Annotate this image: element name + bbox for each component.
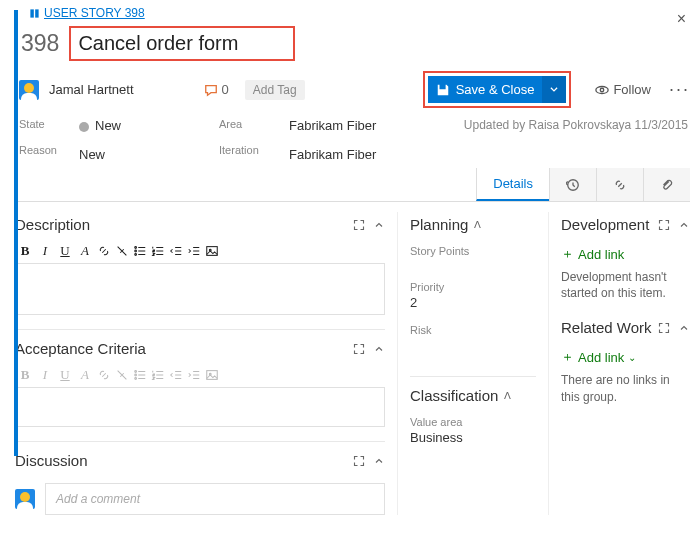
chevron-down-icon: ⌄ [628, 352, 636, 363]
svg-point-5 [135, 247, 137, 249]
related-add-link[interactable]: ＋Add link ⌄ [561, 348, 690, 366]
work-item-id: 398 [21, 30, 59, 57]
chevron-down-icon [549, 84, 559, 94]
planning-header: Planningᐱ [410, 216, 481, 233]
tab-history[interactable] [549, 168, 596, 201]
expand-icon[interactable] [353, 219, 365, 231]
breadcrumb-text: USER STORY 398 [44, 6, 145, 20]
reason-value[interactable]: New [79, 147, 219, 162]
eye-icon [595, 83, 609, 97]
underline-icon[interactable]: U [57, 243, 73, 259]
plus-icon: ＋ [561, 348, 574, 366]
add-tag-button[interactable]: Add Tag [245, 80, 305, 100]
avatar [19, 80, 39, 100]
chevron-up-icon[interactable] [678, 322, 690, 334]
history-icon [566, 178, 580, 192]
acceptance-header: Acceptance Criteria [15, 340, 146, 357]
story-points-label: Story Points [410, 245, 536, 257]
svg-point-2 [596, 86, 608, 93]
outdent-icon[interactable] [169, 244, 183, 258]
development-header: Development [561, 216, 649, 233]
save-close-button[interactable]: Save & Close [428, 76, 543, 103]
state-dot-icon [79, 122, 89, 132]
avatar [15, 489, 35, 509]
expand-icon[interactable] [658, 219, 670, 231]
book-icon [29, 8, 40, 19]
value-area-label: Value area [410, 416, 536, 428]
indent-icon[interactable] [187, 244, 201, 258]
value-area-value[interactable]: Business [410, 430, 536, 445]
breadcrumb[interactable]: USER STORY 398 [29, 6, 690, 20]
svg-point-10 [135, 371, 137, 373]
number-list-icon[interactable] [151, 244, 165, 258]
svg-point-3 [601, 88, 605, 92]
description-editor[interactable] [15, 263, 385, 315]
more-actions[interactable]: ··· [669, 79, 690, 100]
save-icon [436, 83, 450, 97]
link-icon [613, 178, 627, 192]
risk-label: Risk [410, 324, 536, 336]
link-icon[interactable] [97, 244, 111, 258]
svg-rect-13 [207, 371, 218, 380]
state-value[interactable]: New [79, 118, 219, 133]
unlink-icon[interactable] [115, 244, 129, 258]
title-input[interactable] [72, 29, 292, 58]
classification-header: Classificationᐱ [410, 387, 511, 404]
priority-label: Priority [410, 281, 536, 293]
svg-point-11 [135, 374, 137, 376]
svg-rect-8 [207, 247, 218, 256]
comment-icon [204, 83, 218, 97]
svg-point-7 [135, 254, 137, 256]
iteration-value[interactable]: Fabrikam Fiber [289, 147, 429, 162]
close-icon[interactable]: × [677, 10, 686, 28]
description-header: Description [15, 216, 90, 233]
expand-icon[interactable] [353, 455, 365, 467]
svg-point-12 [135, 378, 137, 380]
tab-details[interactable]: Details [476, 168, 549, 201]
follow-button[interactable]: Follow [595, 82, 651, 97]
attachment-icon [660, 178, 674, 192]
svg-rect-0 [30, 9, 33, 17]
svg-rect-1 [35, 9, 38, 17]
comment-input[interactable]: Add a comment [45, 483, 385, 515]
plus-icon: ＋ [561, 245, 574, 263]
expand-icon[interactable] [353, 343, 365, 355]
chevron-up-icon[interactable] [373, 343, 385, 355]
expand-icon[interactable] [658, 322, 670, 334]
dev-add-link[interactable]: ＋Add link [561, 245, 690, 263]
font-icon[interactable]: A [77, 243, 93, 259]
svg-point-6 [135, 250, 137, 252]
discussion-header: Discussion [15, 452, 88, 469]
description-toolbar: B I U A [15, 239, 385, 263]
related-header: Related Work [561, 319, 652, 336]
chevron-up-icon[interactable] [373, 455, 385, 467]
area-label: Area [219, 118, 289, 130]
related-empty-text: There are no links in this group. [561, 372, 690, 404]
bold-icon[interactable]: B [17, 243, 33, 259]
save-dropdown[interactable] [542, 76, 566, 103]
reason-label: Reason [19, 144, 79, 156]
assignee-name[interactable]: Jamal Hartnett [49, 82, 134, 97]
bullet-list-icon[interactable] [133, 244, 147, 258]
image-icon[interactable] [205, 244, 219, 258]
acceptance-editor[interactable] [15, 387, 385, 427]
iteration-label: Iteration [219, 144, 289, 156]
chevron-up-icon[interactable]: ᐱ [504, 390, 511, 401]
state-label: State [19, 118, 79, 130]
acceptance-toolbar: BIUA [15, 363, 385, 387]
dev-empty-text: Development hasn't started on this item. [561, 269, 690, 301]
chevron-up-icon[interactable] [373, 219, 385, 231]
italic-icon[interactable]: I [37, 243, 53, 259]
tab-attachments[interactable] [643, 168, 690, 201]
comments-count[interactable]: 0 [204, 82, 229, 97]
updated-text: Updated by Raisa Pokrovskaya 11/3/2015 [429, 118, 688, 162]
chevron-up-icon[interactable] [678, 219, 690, 231]
priority-value[interactable]: 2 [410, 295, 536, 310]
area-value[interactable]: Fabrikam Fiber [289, 118, 429, 133]
chevron-up-icon[interactable]: ᐱ [474, 219, 481, 230]
tab-links[interactable] [596, 168, 643, 201]
